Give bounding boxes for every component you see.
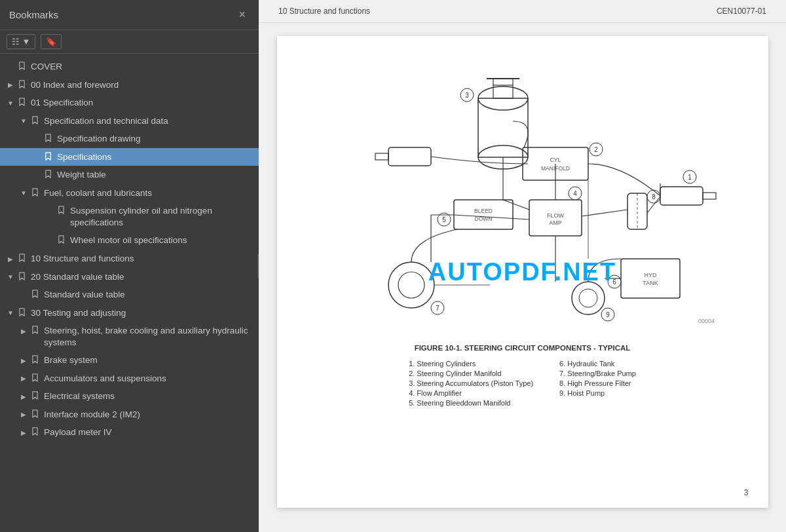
- bookmark-item-accumulators[interactable]: Accumulators and suspensions: [0, 370, 259, 388]
- bookmark-item-std-val[interactable]: Standard value table: [0, 286, 259, 304]
- expand-arrow[interactable]: [18, 391, 29, 402]
- svg-text:9: 9: [606, 311, 610, 318]
- bookmark-item-spec-drawing[interactable]: Specification drawing: [0, 130, 259, 148]
- svg-text:TANK: TANK: [643, 280, 658, 286]
- bookmark-icon: [44, 170, 53, 178]
- bookmark-view-button[interactable]: 🔖: [41, 34, 62, 49]
- bookmark-item-brake-sys[interactable]: Brake system: [0, 351, 259, 370]
- bookmark-icon: [31, 116, 40, 124]
- expand-arrow[interactable]: [18, 409, 29, 420]
- header-right: CEN10077-01: [717, 7, 766, 16]
- bookmark-icon: [31, 427, 40, 436]
- bookmark-icon: [44, 152, 53, 161]
- expand-arrow[interactable]: [18, 427, 29, 438]
- expand-arrow[interactable]: [18, 373, 29, 384]
- bookmark-icon: 🔖: [46, 37, 56, 47]
- bookmark-item-electrical[interactable]: Electrical systems: [0, 387, 259, 406]
- legend-item: 7. Steering/Brake Pump: [559, 370, 636, 377]
- svg-text:8: 8: [652, 193, 656, 200]
- panel-title: Bookmarks: [9, 9, 58, 20]
- bookmark-item-30-test[interactable]: 30 Testing and adjusting: [0, 304, 259, 322]
- bookmark-icon: [31, 373, 40, 382]
- bookmark-label: Specifications: [57, 151, 253, 163]
- bookmark-item-cover[interactable]: COVER: [0, 58, 259, 76]
- legend-item: 4. Flow Amplifier: [409, 389, 533, 397]
- bookmark-item-01-spec[interactable]: 01 Specification: [0, 94, 259, 112]
- bookmark-item-spec-tech[interactable]: Specification and technical data: [0, 112, 259, 130]
- svg-text:1: 1: [688, 174, 692, 181]
- svg-text:00004: 00004: [698, 318, 715, 324]
- svg-text:3: 3: [465, 92, 469, 99]
- bookmark-label: Electrical systems: [44, 390, 253, 402]
- close-button[interactable]: ×: [234, 7, 250, 23]
- legend-item: 2. Steering Cylinder Manifold: [409, 370, 533, 377]
- expand-arrow[interactable]: [5, 308, 16, 318]
- bookmark-item-wheel-motor[interactable]: Wheel motor oil specifications: [0, 231, 259, 250]
- bookmark-item-weight-table[interactable]: Weight table: [0, 166, 259, 184]
- bookmark-label: 10 Structure and functions: [31, 253, 253, 265]
- svg-text:AMP: AMP: [549, 219, 562, 226]
- bookmark-item-suspension-cyl[interactable]: Suspension cylinder oil and nitrogen spe…: [0, 202, 259, 231]
- expand-arrow[interactable]: [18, 116, 29, 126]
- svg-text:CYL: CYL: [550, 157, 561, 163]
- bookmark-item-00-index[interactable]: 00 Index and foreword: [0, 76, 259, 94]
- svg-text:6: 6: [612, 278, 616, 286]
- bookmark-icon: [18, 308, 27, 316]
- svg-text:HYD: HYD: [644, 272, 657, 278]
- bookmark-icon: [18, 272, 27, 280]
- bookmark-item-interface-mod[interactable]: Interface module 2 (IM2): [0, 406, 259, 424]
- svg-text:4: 4: [573, 190, 577, 197]
- list-view-button[interactable]: ☷ ▼: [7, 34, 35, 49]
- bookmark-label: Interface module 2 (IM2): [44, 409, 253, 421]
- steering-circuit-diagram: 3 1 FLOW AMP 4: [326, 56, 719, 331]
- bookmark-label: Payload meter IV: [44, 427, 253, 438]
- svg-text:2: 2: [594, 146, 598, 153]
- svg-text:5: 5: [442, 216, 446, 223]
- document-header: 10 Structure and functions CEN10077-01: [259, 0, 786, 23]
- legend-col-2: 6. Hydraulic Tank7. Steering/Brake Pump8…: [559, 360, 636, 407]
- bookmark-label: 00 Index and foreword: [31, 79, 253, 91]
- document-panel: 10 Structure and functions CEN10077-01 A…: [259, 0, 786, 532]
- bookmark-icon: [31, 409, 40, 418]
- figure-legend: 1. Steering Cylinders2. Steering Cylinde…: [303, 360, 742, 407]
- bookmark-label: Brake system: [44, 354, 253, 366]
- expand-arrow[interactable]: [5, 272, 16, 282]
- bookmark-icon: [18, 254, 27, 262]
- legend-item: 9. Hoist Pump: [559, 389, 636, 397]
- bookmark-item-steering-hoist[interactable]: Steering, hoist, brake cooling and auxil…: [0, 322, 259, 351]
- panel-toolbar: ☷ ▼ 🔖: [0, 30, 259, 54]
- bookmark-item-fuel-coolant[interactable]: Fuel, coolant and lubricants: [0, 184, 259, 202]
- bookmark-label: 20 Standard value table: [31, 271, 253, 283]
- bookmark-icon: [18, 80, 27, 88]
- header-left: 10 Structure and functions: [278, 7, 370, 16]
- bookmark-icon: [31, 391, 40, 400]
- expand-arrow[interactable]: [18, 326, 29, 336]
- bookmark-icon: [31, 188, 40, 197]
- bookmark-item-payload-meter[interactable]: Payload meter IV: [0, 423, 259, 442]
- legend-col-1: 1. Steering Cylinders2. Steering Cylinde…: [409, 360, 533, 407]
- list-icon: ☷ ▼: [12, 37, 30, 47]
- expand-arrow[interactable]: [18, 355, 29, 366]
- bookmark-item-specifications[interactable]: Specifications: [0, 148, 259, 166]
- bookmark-icon: [57, 206, 66, 214]
- legend-item: 6. Hydraulic Tank: [559, 360, 636, 368]
- expand-arrow[interactable]: [18, 188, 29, 199]
- bookmark-item-10-struct[interactable]: 10 Structure and functions: [0, 250, 259, 268]
- bookmark-label: Standard value table: [44, 289, 253, 301]
- legend-item: 8. High Pressure Filter: [559, 379, 636, 387]
- legend-item: 5. Steering Bleeddown Manifold: [409, 399, 533, 407]
- expand-arrow[interactable]: [5, 98, 16, 108]
- panel-header: Bookmarks ×: [0, 0, 259, 30]
- expand-arrow[interactable]: [5, 254, 16, 264]
- bookmark-item-20-std[interactable]: 20 Standard value table: [0, 268, 259, 286]
- bookmark-icon: [31, 326, 40, 334]
- expand-arrow[interactable]: [5, 80, 16, 90]
- bookmark-icon: [31, 355, 40, 364]
- svg-text:7: 7: [436, 305, 440, 312]
- bookmark-label: Steering, hoist, brake cooling and auxil…: [44, 325, 253, 348]
- bookmark-label: Weight table: [57, 169, 253, 181]
- bookmark-label: 30 Testing and adjusting: [31, 307, 253, 319]
- panel-collapse-button[interactable]: ◀: [257, 254, 259, 278]
- bookmark-label: Suspension cylinder oil and nitrogen spe…: [70, 205, 253, 228]
- diagram-area: 3 1 FLOW AMP 4: [303, 56, 742, 331]
